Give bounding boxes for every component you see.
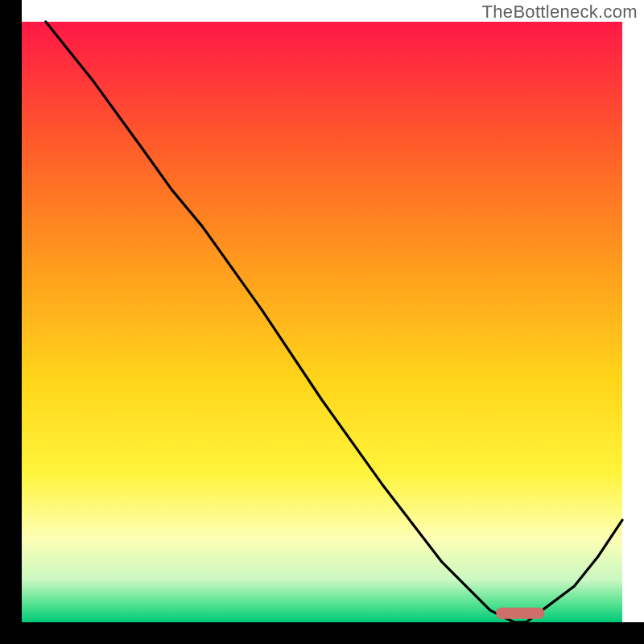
axis-bottom bbox=[0, 622, 644, 644]
optimum-marker bbox=[496, 608, 544, 619]
bottleneck-chart bbox=[0, 0, 644, 644]
plot-background bbox=[22, 22, 622, 622]
chart-frame: TheBottleneck.com bbox=[0, 0, 644, 644]
axis-left bbox=[0, 0, 22, 644]
watermark-text: TheBottleneck.com bbox=[482, 2, 638, 23]
